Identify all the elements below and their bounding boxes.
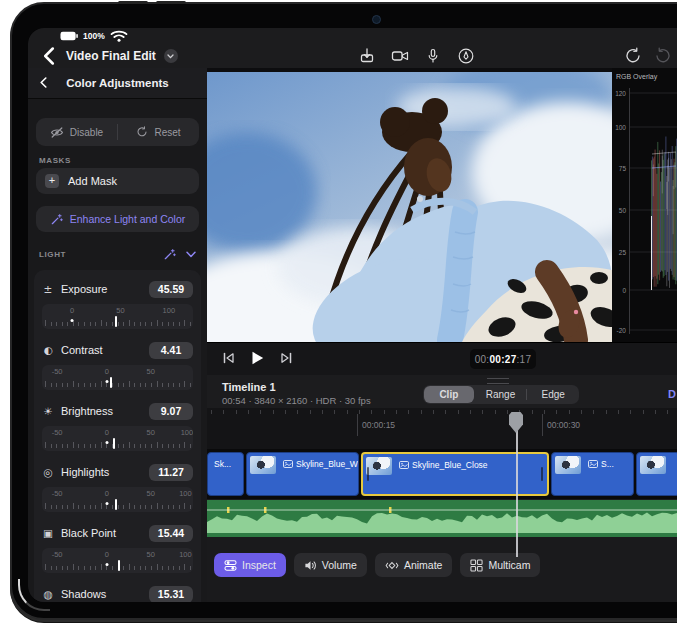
trim-handle-right[interactable]: [541, 467, 543, 481]
value-marker[interactable]: [110, 377, 112, 388]
slider-value-brightness[interactable]: 9.07: [149, 403, 193, 420]
camera-icon[interactable]: [391, 47, 409, 65]
plus-icon: +: [45, 174, 59, 188]
svg-text:120: 120: [615, 90, 626, 97]
slider-value-highlights[interactable]: 11.27: [149, 464, 193, 481]
animate-button[interactable]: Animate: [375, 553, 453, 577]
tick-label: 50: [147, 550, 155, 559]
value-marker[interactable]: [113, 438, 115, 449]
value-marker[interactable]: [115, 499, 117, 510]
brightness-icon: ☀: [42, 405, 54, 417]
disable-reset-group: Disable Reset: [36, 118, 199, 146]
video-preview[interactable]: [207, 68, 612, 342]
slider-value-contrast[interactable]: 4.41: [149, 342, 193, 359]
clip-skyline-blue-close[interactable]: Skyline_Blue_Close: [361, 452, 549, 496]
tick-label: 50: [116, 306, 124, 315]
tick-label: 0: [105, 367, 109, 376]
light-section-label: LIGHT: [39, 250, 66, 259]
slider-name: Contrast: [61, 344, 142, 356]
edge-button-fragment[interactable]: D: [668, 388, 676, 400]
disable-button[interactable]: Disable: [36, 127, 117, 138]
slider-name: Brightness: [61, 405, 142, 417]
value-marker[interactable]: [115, 316, 117, 327]
play-button[interactable]: [251, 351, 264, 365]
status-bar: 100%: [28, 28, 677, 44]
tick-label: 50: [147, 367, 155, 376]
tool-label: Multicam: [488, 559, 530, 571]
tick-label: 0: [70, 306, 74, 315]
panel-title: Color Adjustments: [66, 77, 168, 89]
project-menu-button[interactable]: [164, 49, 178, 63]
import-icon[interactable]: [358, 47, 376, 65]
title-bar: Video Final Edit: [28, 44, 677, 68]
front-camera: [372, 15, 381, 24]
tick-label: 50: [147, 428, 155, 437]
reset-icon: [136, 126, 148, 138]
mode-clip[interactable]: Clip: [424, 386, 474, 403]
ipad-device: 100% Video Final Edit: [10, 2, 677, 620]
back-chevron-icon[interactable]: [40, 47, 58, 65]
volume-button: [156, 1, 186, 4]
clip-skyline-blue-wide[interactable]: Skyline_Blue_Wide: [246, 452, 359, 496]
clip-sk-[interactable]: Sk...: [207, 452, 244, 496]
skip-forward-icon[interactable]: [281, 352, 292, 364]
slider-track-contrast[interactable]: -50050: [42, 365, 193, 390]
slider-value-exposure[interactable]: 45.59: [149, 281, 193, 298]
slider-track-brightness[interactable]: -50050100: [42, 426, 193, 451]
zero-dot: [105, 563, 108, 566]
chevron-down-icon[interactable]: [186, 251, 196, 258]
blackpoint-icon: ▣: [42, 527, 54, 539]
slider-exposure: ±Exposure45.59050100: [42, 279, 193, 337]
skip-back-icon[interactable]: [223, 352, 234, 364]
slider-track-black-point[interactable]: -50050100: [42, 548, 193, 573]
chevron-down-icon: [167, 54, 174, 59]
mic-icon[interactable]: [424, 47, 442, 65]
svg-text:-20: -20: [617, 327, 627, 334]
reset-button[interactable]: Reset: [118, 126, 199, 138]
panel-back-icon[interactable]: [40, 77, 47, 88]
slider-track-highlights[interactable]: -50050100: [42, 487, 193, 512]
highlights-icon: ◎: [42, 466, 54, 478]
svg-text:50: 50: [619, 207, 627, 214]
undo-icon[interactable]: [624, 47, 642, 65]
slider-track-exposure[interactable]: 050100: [42, 304, 193, 329]
trim-handle-left[interactable]: [367, 467, 369, 481]
slider-value-shadows[interactable]: 15.31: [149, 586, 193, 603]
enhance-light-color-button[interactable]: Enhance Light and Color: [36, 206, 199, 232]
volume-button: [118, 1, 148, 4]
value-marker[interactable]: [118, 560, 120, 571]
clip-name: Skyline_Blue_Close: [399, 460, 488, 470]
edit-mode-segmented-control: ClipRangeEdge: [423, 385, 579, 404]
multicam-button[interactable]: Multicam: [460, 553, 540, 577]
light-sliders-card: ±Exposure45.59050100◐Contrast4.41-50050☀…: [34, 270, 201, 602]
eye-off-icon: [50, 127, 64, 138]
redo-icon: [654, 47, 672, 65]
clip-thumbnail: [366, 457, 392, 475]
clip-partial[interactable]: [636, 452, 677, 496]
audio-track[interactable]: [207, 500, 677, 537]
inspect-icon: [224, 559, 237, 572]
tick-label: 100: [181, 428, 193, 437]
light-section-header[interactable]: LIGHT: [39, 248, 196, 261]
scope-title: RGB Overlay: [616, 73, 658, 81]
volume-button[interactable]: Volume: [294, 553, 367, 577]
panel-drag-handle[interactable]: [487, 378, 509, 384]
slider-name: Black Point: [61, 527, 142, 539]
clip-name: Sk...: [214, 459, 231, 469]
clip-thumbnail: [640, 456, 666, 474]
inspect-button[interactable]: Inspect: [214, 553, 286, 577]
mode-edge[interactable]: Edge: [528, 386, 578, 403]
clip-s-[interactable]: S...: [551, 452, 634, 496]
pencil-tool-icon[interactable]: [457, 47, 475, 65]
add-mask-button[interactable]: + Add Mask: [36, 168, 199, 194]
clip-name: S...: [588, 459, 614, 469]
tick-label: -50: [52, 367, 63, 376]
svg-text:25: 25: [619, 249, 627, 256]
slider-value-black-point[interactable]: 15.44: [149, 525, 193, 542]
magic-wand-icon[interactable]: [163, 248, 176, 261]
mode-range[interactable]: Range: [476, 386, 526, 403]
timeline-ruler[interactable]: 00:00:1500:00:30: [207, 408, 677, 449]
timecode-hours: 00:: [475, 354, 490, 365]
wifi-icon: [110, 28, 128, 45]
timecode-frames: :17: [517, 354, 532, 365]
